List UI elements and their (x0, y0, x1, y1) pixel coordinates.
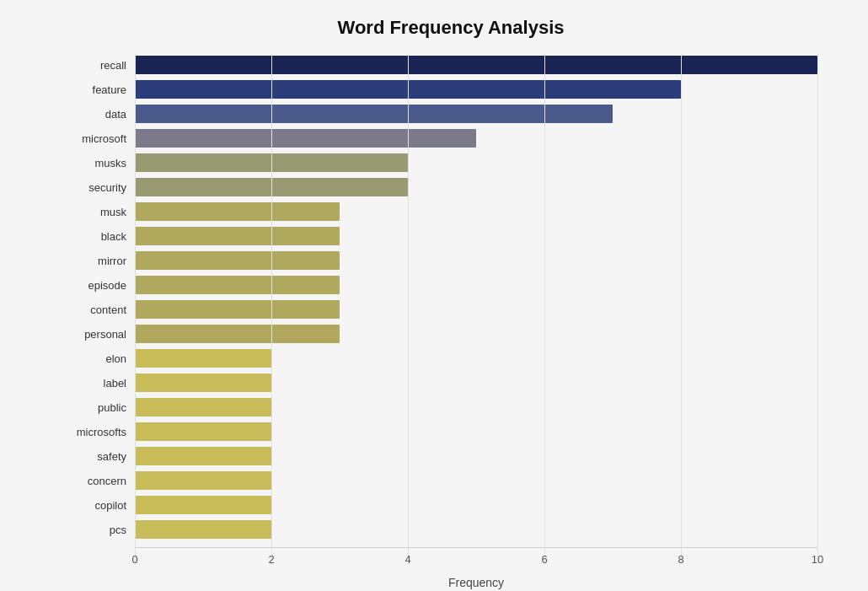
bar-row: black (135, 225, 817, 247)
bar-label: microsoft (67, 132, 135, 145)
x-tick: 4 (405, 553, 410, 566)
bar-label: public (67, 401, 135, 414)
x-tick: 6 (541, 553, 547, 566)
bar-fill (135, 202, 340, 221)
chart-title: Word Frequency Analysis (67, 17, 834, 39)
x-tick: 8 (678, 553, 683, 566)
bar-fill (135, 178, 408, 196)
bar-label: black (67, 230, 135, 243)
bar-fill (135, 300, 340, 319)
bar-label: label (67, 377, 135, 390)
bar-fill (135, 422, 271, 441)
bar-fill (135, 56, 817, 74)
bar-fill (135, 325, 340, 343)
bar-row: elon (135, 347, 817, 369)
grid-line (817, 54, 818, 564)
bar-row: mirror (135, 250, 817, 271)
bar-label: feature (67, 83, 135, 96)
bar-label: microsofts (67, 426, 135, 438)
bar-fill (135, 520, 271, 539)
bar-label: musk (67, 206, 135, 218)
bar-row: microsoft (135, 127, 817, 149)
bar-fill (135, 349, 271, 368)
bar-fill (135, 251, 340, 270)
bar-label: episode (67, 279, 135, 292)
x-tick: 0 (131, 553, 137, 566)
x-axis: 0246810 (135, 547, 817, 572)
bar-row: copilot (135, 494, 817, 516)
bar-row: microsofts (135, 421, 817, 443)
bar-label: concern (67, 475, 135, 487)
chart-container: Word Frequency Analysis recallfeaturedat… (0, 0, 868, 591)
bar-row: label (135, 372, 817, 394)
bar-label: pcs (67, 524, 135, 536)
bar-fill (135, 447, 271, 465)
x-tick: 10 (812, 553, 823, 566)
bar-fill (135, 129, 476, 148)
bar-label: elon (67, 352, 135, 365)
bar-label: personal (67, 328, 135, 341)
bar-fill (135, 227, 340, 245)
bar-row: musks (135, 152, 817, 174)
bar-fill (135, 105, 613, 123)
bar-fill (135, 80, 681, 99)
bar-row: safety (135, 445, 817, 467)
bar-label: copilot (67, 499, 135, 512)
x-tick: 2 (268, 553, 274, 566)
bar-row: feature (135, 78, 817, 100)
bar-row: data (135, 103, 817, 125)
bar-fill (135, 373, 271, 392)
bar-label: recall (67, 59, 135, 72)
bar-label: data (67, 108, 135, 121)
bar-label: security (67, 181, 135, 194)
bar-fill (135, 496, 271, 514)
bar-label: safety (67, 450, 135, 463)
bar-label: musks (67, 157, 135, 169)
bar-label: mirror (67, 255, 135, 267)
bar-row: security (135, 176, 817, 198)
bar-fill (135, 398, 271, 416)
bar-row: concern (135, 470, 817, 492)
bar-row: pcs (135, 518, 817, 540)
bar-row: content (135, 298, 817, 320)
bar-row: public (135, 396, 817, 418)
bar-row: musk (135, 201, 817, 223)
bar-fill (135, 471, 271, 490)
x-axis-label: Frequency (135, 576, 817, 589)
bar-row: recall (135, 54, 817, 76)
bars-container: recallfeaturedatamicrosoftmuskssecuritym… (135, 54, 817, 540)
bar-fill (135, 276, 340, 294)
bar-fill (135, 153, 408, 172)
bar-label: content (67, 304, 135, 316)
bar-row: personal (135, 323, 817, 345)
bar-row: episode (135, 274, 817, 296)
